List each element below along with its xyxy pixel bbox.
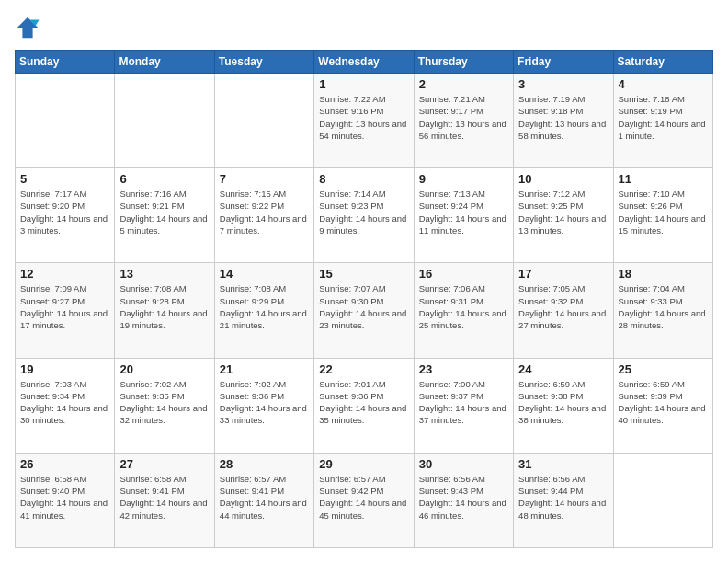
calendar-cell: 7Sunrise: 7:15 AMSunset: 9:22 PMDaylight…	[214, 168, 313, 263]
calendar-cell: 15Sunrise: 7:07 AMSunset: 9:30 PMDayligh…	[314, 263, 414, 358]
weekday-header-thursday: Thursday	[414, 51, 513, 74]
logo	[15, 15, 44, 40]
day-number: 16	[419, 267, 508, 281]
day-info: Sunrise: 7:16 AMSunset: 9:21 PMDaylight:…	[119, 188, 209, 236]
day-number: 7	[220, 172, 309, 186]
day-number: 31	[518, 457, 608, 471]
calendar-cell: 16Sunrise: 7:06 AMSunset: 9:31 PMDayligh…	[414, 263, 513, 358]
calendar-cell: 5Sunrise: 7:17 AMSunset: 9:20 PMDaylight…	[16, 168, 115, 263]
calendar-cell: 30Sunrise: 6:56 AMSunset: 9:43 PMDayligh…	[414, 453, 513, 547]
day-number: 19	[20, 362, 109, 376]
weekday-header-friday: Friday	[514, 51, 613, 74]
day-number: 28	[220, 457, 309, 471]
day-info: Sunrise: 6:58 AMSunset: 9:41 PMDaylight:…	[119, 473, 209, 522]
calendar-cell: 12Sunrise: 7:09 AMSunset: 9:27 PMDayligh…	[16, 263, 115, 358]
week-row-2: 5Sunrise: 7:17 AMSunset: 9:20 PMDaylight…	[16, 168, 713, 263]
day-number: 26	[20, 457, 109, 471]
day-number: 12	[20, 267, 109, 281]
calendar-cell: 9Sunrise: 7:13 AMSunset: 9:24 PMDaylight…	[414, 168, 513, 263]
calendar-cell: 3Sunrise: 7:19 AMSunset: 9:18 PMDaylight…	[514, 74, 613, 168]
day-info: Sunrise: 6:57 AMSunset: 9:42 PMDaylight:…	[319, 473, 408, 522]
week-row-4: 19Sunrise: 7:03 AMSunset: 9:34 PMDayligh…	[16, 358, 713, 453]
day-number: 11	[619, 172, 708, 186]
calendar-cell	[613, 453, 712, 547]
day-info: Sunrise: 6:56 AMSunset: 9:43 PMDaylight:…	[419, 473, 508, 522]
weekday-header-monday: Monday	[115, 51, 214, 74]
day-info: Sunrise: 7:07 AMSunset: 9:30 PMDaylight:…	[319, 282, 408, 331]
calendar-cell: 31Sunrise: 6:56 AMSunset: 9:44 PMDayligh…	[514, 453, 613, 547]
calendar-cell: 22Sunrise: 7:01 AMSunset: 9:36 PMDayligh…	[314, 358, 414, 453]
weekday-row: SundayMondayTuesdayWednesdayThursdayFrid…	[16, 51, 713, 74]
day-info: Sunrise: 7:02 AMSunset: 9:36 PMDaylight:…	[220, 378, 309, 427]
page: SundayMondayTuesdayWednesdayThursdayFrid…	[0, 0, 728, 563]
calendar-cell: 19Sunrise: 7:03 AMSunset: 9:34 PMDayligh…	[16, 358, 115, 453]
day-number: 6	[119, 172, 209, 186]
day-info: Sunrise: 6:56 AMSunset: 9:44 PMDaylight:…	[518, 473, 608, 522]
calendar-cell: 23Sunrise: 7:00 AMSunset: 9:37 PMDayligh…	[414, 358, 513, 453]
calendar-cell: 10Sunrise: 7:12 AMSunset: 9:25 PMDayligh…	[514, 168, 613, 263]
weekday-header-wednesday: Wednesday	[314, 51, 414, 74]
day-info: Sunrise: 6:59 AMSunset: 9:38 PMDaylight:…	[518, 378, 608, 427]
day-number: 22	[319, 362, 408, 376]
day-info: Sunrise: 7:09 AMSunset: 9:27 PMDaylight:…	[20, 282, 109, 331]
day-info: Sunrise: 7:13 AMSunset: 9:24 PMDaylight:…	[419, 188, 508, 236]
day-number: 1	[319, 77, 408, 91]
day-info: Sunrise: 7:22 AMSunset: 9:16 PMDaylight:…	[319, 93, 408, 142]
calendar-body: 1Sunrise: 7:22 AMSunset: 9:16 PMDaylight…	[16, 74, 713, 548]
day-number: 20	[119, 362, 209, 376]
day-info: Sunrise: 6:58 AMSunset: 9:40 PMDaylight:…	[20, 473, 109, 522]
calendar-cell: 13Sunrise: 7:08 AMSunset: 9:28 PMDayligh…	[115, 263, 214, 358]
day-info: Sunrise: 7:08 AMSunset: 9:28 PMDaylight:…	[119, 282, 209, 331]
day-number: 18	[619, 267, 708, 281]
day-info: Sunrise: 7:17 AMSunset: 9:20 PMDaylight:…	[20, 188, 109, 236]
calendar-cell: 2Sunrise: 7:21 AMSunset: 9:17 PMDaylight…	[414, 74, 513, 168]
calendar-cell: 20Sunrise: 7:02 AMSunset: 9:35 PMDayligh…	[115, 358, 214, 453]
day-info: Sunrise: 7:03 AMSunset: 9:34 PMDaylight:…	[20, 378, 109, 427]
calendar-cell: 27Sunrise: 6:58 AMSunset: 9:41 PMDayligh…	[115, 453, 214, 547]
day-info: Sunrise: 7:08 AMSunset: 9:29 PMDaylight:…	[220, 282, 309, 331]
calendar-cell: 14Sunrise: 7:08 AMSunset: 9:29 PMDayligh…	[214, 263, 313, 358]
day-number: 17	[518, 267, 608, 281]
calendar-cell: 6Sunrise: 7:16 AMSunset: 9:21 PMDaylight…	[115, 168, 214, 263]
calendar-cell	[214, 74, 313, 168]
day-number: 30	[419, 457, 508, 471]
day-number: 15	[319, 267, 408, 281]
day-number: 5	[20, 172, 109, 186]
day-info: Sunrise: 7:00 AMSunset: 9:37 PMDaylight:…	[419, 378, 508, 427]
week-row-1: 1Sunrise: 7:22 AMSunset: 9:16 PMDaylight…	[16, 74, 713, 168]
calendar-cell: 28Sunrise: 6:57 AMSunset: 9:41 PMDayligh…	[214, 453, 313, 547]
day-number: 29	[319, 457, 408, 471]
calendar-header: SundayMondayTuesdayWednesdayThursdayFrid…	[16, 51, 713, 74]
logo-icon	[15, 15, 40, 40]
day-number: 2	[419, 77, 508, 91]
day-info: Sunrise: 7:04 AMSunset: 9:33 PMDaylight:…	[619, 282, 708, 331]
day-info: Sunrise: 7:15 AMSunset: 9:22 PMDaylight:…	[220, 188, 309, 236]
weekday-header-tuesday: Tuesday	[214, 51, 313, 74]
day-info: Sunrise: 6:57 AMSunset: 9:41 PMDaylight:…	[220, 473, 309, 522]
calendar-cell	[16, 74, 115, 168]
weekday-header-sunday: Sunday	[16, 51, 115, 74]
day-number: 27	[119, 457, 209, 471]
calendar-cell: 4Sunrise: 7:18 AMSunset: 9:19 PMDaylight…	[613, 74, 712, 168]
day-number: 23	[419, 362, 508, 376]
calendar-cell: 1Sunrise: 7:22 AMSunset: 9:16 PMDaylight…	[314, 74, 414, 168]
day-number: 8	[319, 172, 408, 186]
day-info: Sunrise: 7:19 AMSunset: 9:18 PMDaylight:…	[518, 93, 608, 142]
weekday-header-saturday: Saturday	[613, 51, 712, 74]
calendar-cell: 8Sunrise: 7:14 AMSunset: 9:23 PMDaylight…	[314, 168, 414, 263]
day-number: 14	[220, 267, 309, 281]
day-info: Sunrise: 7:01 AMSunset: 9:36 PMDaylight:…	[319, 378, 408, 427]
day-info: Sunrise: 7:21 AMSunset: 9:17 PMDaylight:…	[419, 93, 508, 142]
calendar-cell: 25Sunrise: 6:59 AMSunset: 9:39 PMDayligh…	[613, 358, 712, 453]
day-number: 3	[518, 77, 608, 91]
day-info: Sunrise: 7:12 AMSunset: 9:25 PMDaylight:…	[518, 188, 608, 236]
day-number: 24	[518, 362, 608, 376]
week-row-3: 12Sunrise: 7:09 AMSunset: 9:27 PMDayligh…	[16, 263, 713, 358]
week-row-5: 26Sunrise: 6:58 AMSunset: 9:40 PMDayligh…	[16, 453, 713, 547]
day-info: Sunrise: 7:02 AMSunset: 9:35 PMDaylight:…	[119, 378, 209, 427]
calendar-cell: 24Sunrise: 6:59 AMSunset: 9:38 PMDayligh…	[514, 358, 613, 453]
day-info: Sunrise: 7:06 AMSunset: 9:31 PMDaylight:…	[419, 282, 508, 331]
calendar-cell: 26Sunrise: 6:58 AMSunset: 9:40 PMDayligh…	[16, 453, 115, 547]
day-info: Sunrise: 7:18 AMSunset: 9:19 PMDaylight:…	[619, 93, 708, 142]
day-number: 25	[619, 362, 708, 376]
